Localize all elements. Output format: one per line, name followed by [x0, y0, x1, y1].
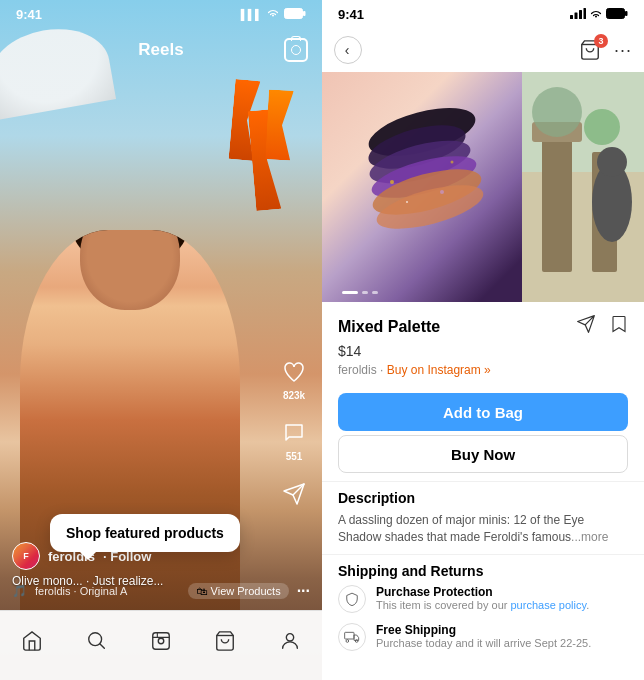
shield-icon-wrap — [338, 585, 366, 613]
shield-icon — [345, 591, 359, 607]
right-panel: 9:41 — [322, 0, 644, 680]
buy-on-instagram-link[interactable]: Buy on Instagram — [387, 363, 481, 377]
more-link[interactable]: ...more — [571, 530, 608, 544]
right-status-time: 9:41 — [338, 7, 364, 22]
svg-point-33 — [355, 639, 358, 642]
header-right-buttons: 3 ··· — [576, 36, 632, 64]
more-options-button[interactable]: ··· — [614, 40, 632, 61]
search-icon — [86, 630, 108, 652]
reels-icon — [150, 630, 172, 652]
purchase-protection-body: This item is covered by our — [376, 599, 507, 611]
buy-now-button[interactable]: Buy Now — [338, 435, 628, 473]
svg-rect-8 — [579, 10, 582, 19]
battery-icon — [284, 8, 306, 21]
svg-rect-24 — [542, 132, 572, 272]
shop-tooltip-text: Shop featured products — [66, 525, 224, 541]
nav-profile[interactable] — [279, 630, 301, 652]
bookmark-icon[interactable] — [610, 314, 628, 339]
side-image-svg — [522, 72, 644, 302]
view-products-badge[interactable]: 🛍 View Products — [188, 583, 289, 599]
carousel-dot-2 — [362, 291, 368, 294]
svg-point-18 — [390, 180, 394, 184]
svg-point-20 — [406, 201, 408, 203]
like-button[interactable]: 823k — [278, 356, 310, 401]
product-main-image — [322, 72, 522, 302]
heart-icon — [278, 356, 310, 388]
truck-icon — [344, 631, 360, 643]
product-images-carousel[interactable] — [322, 72, 644, 302]
description-section: Description A dassling dozen of major mi… — [322, 481, 644, 554]
shipping-section: Shipping and Returns Purchase Protection… — [322, 554, 644, 669]
shop-featured-tooltip[interactable]: Shop featured products — [50, 514, 240, 552]
svg-rect-0 — [285, 8, 303, 18]
svg-rect-7 — [575, 13, 578, 20]
person-head — [80, 230, 180, 310]
avatar[interactable]: F — [12, 542, 40, 570]
svg-rect-10 — [607, 9, 625, 19]
carousel-dot-3 — [372, 291, 378, 294]
send-icon — [278, 478, 310, 510]
description-text: A dassling dozen of major minis: 12 of t… — [338, 512, 628, 546]
product-seller-row: feroldis · Buy on Instagram » — [338, 363, 628, 377]
view-products-text: View Products — [211, 585, 281, 597]
share-button[interactable] — [278, 478, 310, 510]
purchase-protection-text: Purchase Protection This item is covered… — [376, 585, 628, 611]
svg-point-27 — [532, 87, 582, 137]
product-name-row: Mixed Palette — [338, 314, 628, 339]
seller-separator: · — [380, 363, 387, 377]
carousel-dots — [342, 291, 378, 294]
bg-flag-3 — [265, 89, 294, 160]
bg-flags — [232, 80, 292, 280]
svg-rect-1 — [303, 11, 306, 16]
product-side-image — [522, 72, 644, 302]
nav-search[interactable] — [86, 630, 108, 652]
product-header: ‹ 3 ··· — [322, 28, 644, 72]
profile-icon — [279, 630, 301, 652]
product-info: Mixed Palette $14 feroldis · Buy on Inst… — [322, 302, 644, 385]
svg-point-28 — [584, 109, 620, 145]
back-button[interactable]: ‹ — [334, 36, 362, 64]
free-shipping-item: Free Shipping Purchase today and it will… — [338, 623, 628, 651]
home-icon — [21, 630, 43, 652]
comment-icon — [278, 417, 310, 449]
truck-icon-wrap — [338, 623, 366, 651]
cart-button[interactable]: 3 — [576, 36, 604, 64]
carousel-dot-1 — [342, 291, 358, 294]
svg-rect-6 — [570, 15, 573, 19]
shop-bag-icon: 🛍 — [196, 585, 207, 597]
purchase-protection-item: Purchase Protection This item is covered… — [338, 585, 628, 613]
svg-rect-31 — [345, 632, 354, 639]
nav-shop[interactable] — [214, 630, 236, 652]
purchase-protection-subtitle: This item is covered by our purchase pol… — [376, 599, 628, 611]
add-to-bag-button[interactable]: Add to Bag — [338, 393, 628, 431]
svg-point-5 — [286, 633, 293, 640]
right-status-bar: 9:41 — [322, 0, 644, 28]
palette-svg — [332, 82, 512, 272]
free-shipping-subtitle: Purchase today and it will arrive Sept 2… — [376, 637, 628, 649]
camera-icon[interactable] — [284, 38, 308, 62]
seller-name: feroldis — [338, 363, 377, 377]
left-panel: 9:41 ▌▌▌ Reels — [0, 0, 322, 680]
bottom-bar-text: feroldis · Original A — [35, 585, 180, 597]
comment-button[interactable]: 551 — [278, 417, 310, 462]
purchase-protection-title: Purchase Protection — [376, 585, 628, 599]
nav-reels[interactable] — [150, 630, 172, 652]
svg-rect-11 — [625, 11, 628, 16]
free-shipping-text: Free Shipping Purchase today and it will… — [376, 623, 628, 649]
product-action-icons — [576, 314, 628, 339]
chevron-left-icon: ‹ — [345, 42, 350, 58]
status-icons: ▌▌▌ — [241, 8, 306, 21]
svg-rect-3 — [153, 632, 170, 649]
purchase-policy-link[interactable]: purchase policy — [511, 599, 587, 611]
share-send-icon[interactable] — [576, 314, 596, 339]
more-options-icon[interactable]: ··· — [297, 582, 310, 600]
right-battery-icon — [606, 5, 628, 23]
double-chevron-icon: » — [484, 363, 491, 377]
nav-home[interactable] — [21, 630, 43, 652]
right-status-icons — [570, 5, 628, 23]
right-wifi-icon — [589, 5, 603, 23]
svg-rect-9 — [584, 8, 587, 19]
right-signal-icon — [570, 5, 586, 23]
right-icons: 823k 551 — [278, 356, 310, 510]
description-title: Description — [338, 490, 628, 506]
